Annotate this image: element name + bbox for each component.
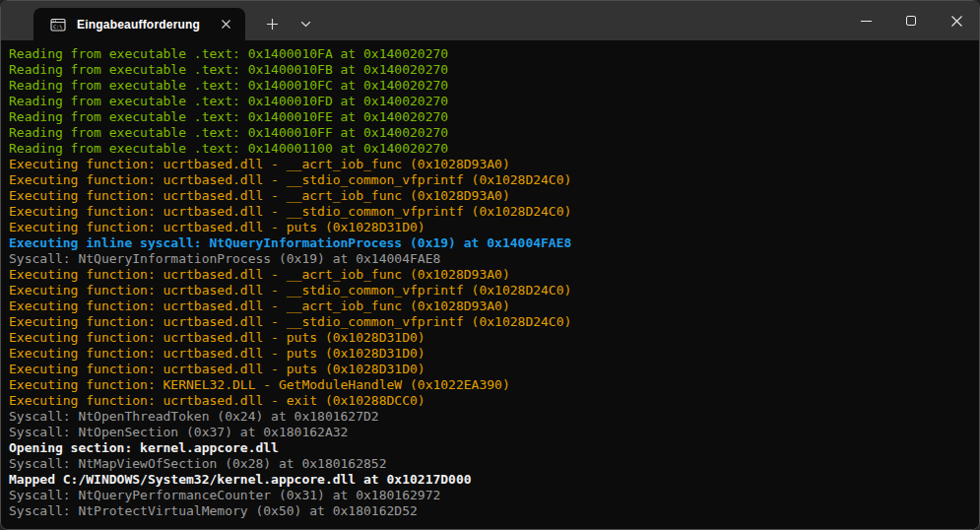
- tab-eingabeaufforderung[interactable]: C:\ Eingabeaufforderung: [33, 8, 245, 40]
- window-controls: [843, 1, 979, 40]
- tab-dropdown-button[interactable]: [291, 8, 320, 40]
- terminal-line: Syscall: NtProtectVirtualMemory (0x50) a…: [9, 503, 971, 519]
- terminal-output[interactable]: Reading from executable .text: 0x1400010…: [1, 40, 979, 529]
- maximize-icon: [906, 16, 916, 26]
- plus-icon: [266, 18, 279, 31]
- minimize-button[interactable]: [843, 1, 888, 40]
- terminal-line: Executing function: ucrtbased.dll - __ac…: [9, 157, 971, 172]
- terminal-line: Executing function: ucrtbased.dll - __st…: [9, 172, 971, 188]
- title-bar[interactable]: C:\ Eingabeaufforderung: [1, 1, 979, 40]
- terminal-line: Executing function: ucrtbased.dll - puts…: [9, 346, 971, 362]
- terminal-line: Executing function: ucrtbased.dll - puts…: [9, 362, 971, 377]
- terminal-line: Syscall: NtQueryPerformanceCounter (0x31…: [9, 488, 971, 503]
- tab-title: Eingabeaufforderung: [77, 18, 203, 32]
- terminal-line: Syscall: NtMapViewOfSection (0x28) at 0x…: [9, 456, 971, 472]
- terminal-line: Executing function: ucrtbased.dll - __ac…: [9, 188, 971, 204]
- terminal-line: Reading from executable .text: 0x1400010…: [9, 46, 971, 62]
- terminal-line: Reading from executable .text: 0x1400011…: [9, 141, 971, 157]
- terminal-line: Executing function: ucrtbased.dll - __ac…: [9, 267, 971, 283]
- maximize-button[interactable]: [888, 1, 934, 40]
- terminal-line: Reading from executable .text: 0x1400010…: [9, 125, 971, 141]
- cmd-icon: C:\: [50, 17, 66, 33]
- svg-text:C:\: C:\: [53, 24, 62, 30]
- close-icon: [950, 15, 963, 28]
- terminal-line: Reading from executable .text: 0x1400010…: [9, 94, 971, 109]
- terminal-line: Executing function: ucrtbased.dll - __st…: [9, 204, 971, 220]
- new-tab-button[interactable]: [253, 8, 291, 40]
- terminal-line: Executing function: ucrtbased.dll - puts…: [9, 220, 971, 235]
- chevron-down-icon: [300, 21, 311, 28]
- close-button[interactable]: [934, 1, 979, 40]
- terminal-line: Reading from executable .text: 0x1400010…: [9, 109, 971, 125]
- terminal-line: Reading from executable .text: 0x1400010…: [9, 78, 971, 94]
- terminal-line: Executing function: ucrtbased.dll - __st…: [9, 283, 971, 298]
- terminal-line: Syscall: NtQueryInformationProcess (0x19…: [9, 251, 971, 267]
- terminal-line: Syscall: NtOpenThreadToken (0x24) at 0x1…: [9, 409, 971, 425]
- terminal-line: Mapped C:/WINDOWS/System32/kernel.appcor…: [9, 472, 971, 488]
- terminal-line: Executing function: ucrtbased.dll - __ac…: [9, 298, 971, 314]
- terminal-line: Opening section: kernel.appcore.dll: [9, 440, 971, 456]
- tab-close-button[interactable]: [214, 13, 237, 36]
- terminal-line: Executing function: ucrtbased.dll - puts…: [9, 330, 971, 346]
- terminal-line: Executing function: ucrtbased.dll - __st…: [9, 314, 971, 330]
- terminal-line: Reading from executable .text: 0x1400010…: [9, 62, 971, 78]
- close-icon: [221, 19, 231, 30]
- terminal-window: C:\ Eingabeaufforderung: [0, 0, 980, 530]
- terminal-line: Syscall: NtOpenSection (0x37) at 0x18016…: [9, 425, 971, 440]
- terminal-line: Executing inline syscall: NtQueryInforma…: [9, 235, 971, 251]
- terminal-line: Executing function: KERNEL32.DLL - GetMo…: [9, 377, 971, 393]
- terminal-line: Executing function: ucrtbased.dll - exit…: [9, 393, 971, 409]
- minimize-icon: [861, 21, 872, 22]
